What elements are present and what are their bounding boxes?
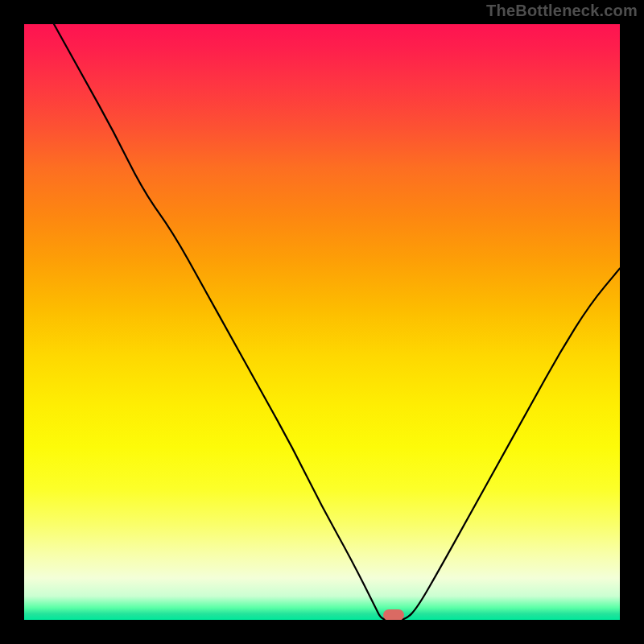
plot-area — [24, 24, 620, 620]
attribution-label: TheBottleneck.com — [486, 2, 638, 20]
optimal-point-marker — [383, 609, 404, 620]
curve-layer — [24, 24, 620, 620]
chart-container: TheBottleneck.com — [0, 0, 644, 644]
bottleneck-curve-path — [54, 24, 620, 620]
